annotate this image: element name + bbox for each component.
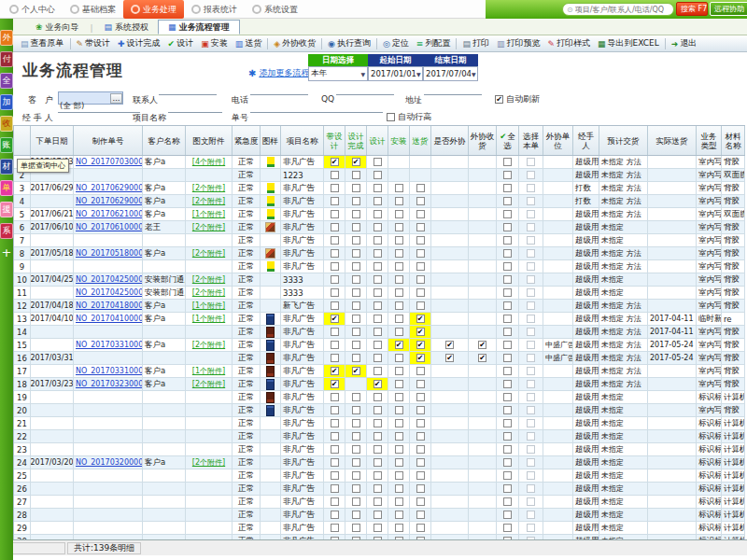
checkbox-icon[interactable] [331,328,339,336]
attachments-link[interactable]: [1个附件] [192,366,225,376]
checkbox-icon[interactable] [395,445,403,454]
add-more-flows-link[interactable]: ✱ 添加更多流程 [248,67,309,79]
sidebar-shortcut-加[interactable]: 加 [0,94,13,110]
checkbox-icon[interactable] [374,497,382,506]
checkbox-icon[interactable] [331,210,339,218]
column-header-下单日期[interactable]: 下单日期 [31,126,74,155]
checkbox-icon[interactable] [527,419,535,427]
checkbox-icon[interactable] [503,511,512,519]
table-row[interactable]: 12017/07/03NO_201707030001客户a[4个附件]正常非凡广… [14,156,745,169]
sidebar-shortcut-单[interactable]: 单 [0,180,13,196]
table-row[interactable]: 23正常非凡广告超级用户未指定标识标牌计算机 [14,443,745,456]
checkbox-icon[interactable] [395,524,403,532]
checkbox-icon[interactable] [527,406,535,414]
checkbox-icon[interactable] [352,184,360,192]
checkbox-icon[interactable] [352,223,360,231]
sidebar-shortcut-账[interactable]: 账 [0,137,13,153]
checkbox-icon[interactable] [331,406,339,414]
checkbox-icon[interactable] [527,315,535,323]
checkbox-icon[interactable] [374,393,382,401]
toolbar-button-外协收货[interactable]: ◈外协收货 [270,36,319,51]
checkbox-icon[interactable] [416,367,425,375]
tab-业务流程管理[interactable]: ▦业务流程管理 [158,20,240,35]
order-number-link[interactable]: NO_201707030001 [76,158,143,166]
checkbox-icon[interactable] [527,197,535,205]
checkbox-icon[interactable]: ✔ [478,354,486,362]
column-header-材料名称[interactable]: 材料名称 [722,126,745,155]
table-row[interactable]: 62017/06/10NO_201706100001老王[2个附件]正常非凡广告… [14,221,745,234]
sidebar-shortcut-材[interactable]: 材 [0,159,13,175]
checkbox-icon[interactable] [527,328,535,336]
column-header-图文附件[interactable]: 图文附件 [186,126,233,155]
column-header-选择本单[interactable]: 选择本单 [519,126,543,155]
checkbox-icon[interactable] [331,497,339,506]
checkbox-icon[interactable] [395,406,403,414]
column-header-预计交货[interactable]: 预计交货 [599,126,648,155]
table-row[interactable]: 15NO_201703310002客户a[2个附件]正常非凡广告✔✔✔✔中盛广告… [14,339,745,352]
checkbox-icon[interactable] [416,210,425,218]
checkbox-icon[interactable] [527,484,535,493]
global-search-input[interactable] [575,6,669,14]
checkbox-icon[interactable] [352,432,360,441]
checkbox-icon[interactable] [503,341,512,349]
checkbox-icon[interactable] [503,380,512,388]
checkbox-icon[interactable] [395,315,403,323]
checkbox-icon[interactable] [527,301,535,310]
checkbox-icon[interactable] [331,458,339,467]
checkbox-icon[interactable] [374,223,382,231]
column-header-外协收货[interactable]: 外协收货 [469,126,497,155]
checkbox-icon[interactable] [374,301,382,310]
checkbox-icon[interactable] [331,445,339,454]
checkbox-icon[interactable] [395,210,403,218]
order-number-link[interactable]: NO_201703200001 [76,458,143,467]
column-header-经手人[interactable]: 经手人 [573,126,599,155]
table-row[interactable]: 20正常非凡广告超级用户未指定室内写真背胶 [14,404,745,417]
checkbox-icon[interactable] [331,341,339,349]
checkbox-icon[interactable] [416,275,425,284]
table-row[interactable]: 27正常非凡广告超级用户未指定标识标牌计算机 [14,496,745,509]
checkbox-icon[interactable] [352,419,360,427]
checkbox-icon[interactable] [503,223,512,231]
toolbar-button-列配置[interactable]: ≡列配置 [413,36,455,51]
checkbox-icon[interactable] [374,262,382,271]
checkbox-icon[interactable] [374,367,382,375]
table-row[interactable]: 22正常非凡广告超级用户未指定标识标牌计算机 [14,430,745,443]
checkbox-icon[interactable] [527,249,535,258]
checkbox-icon[interactable] [395,184,403,192]
end-date-select[interactable]: 2017/07/04▼ [423,66,478,81]
table-row[interactable]: 2正常1223超级用户未指定 方法室内写真双面膜 [14,169,745,182]
attachments-link[interactable]: [2个附件] [192,274,225,285]
checkbox-icon[interactable] [374,445,382,454]
checkbox-icon[interactable] [374,328,382,336]
checkbox-icon[interactable]: ✔ [395,341,403,349]
checkbox-icon[interactable] [352,275,360,284]
order-number-link[interactable]: NO_201706210001 [76,210,143,218]
checkbox-icon[interactable] [352,301,360,310]
checkbox-icon[interactable] [395,197,403,205]
checkbox-icon[interactable] [395,236,403,245]
checkbox-icon[interactable] [374,158,382,166]
checkbox-icon[interactable] [331,249,339,258]
checkbox-icon[interactable] [503,354,512,362]
checkbox-icon[interactable] [503,524,512,532]
checkbox-icon[interactable] [374,432,382,441]
checkbox-icon[interactable] [527,367,535,375]
table-row[interactable]: 122017/04/18NO_201704180001客户a[1个附件]正常新飞… [14,300,745,313]
checkbox-icon[interactable] [395,249,403,258]
checkbox-icon[interactable]: ✔ [445,341,454,349]
checkbox-icon[interactable] [527,171,535,179]
column-header-实际送货[interactable]: 实际送货 [648,126,697,155]
checkbox-icon[interactable] [352,315,360,323]
checkbox-icon[interactable] [416,484,425,493]
table-row[interactable]: 52017/06/21NO_201706210001客户a[1个附件]正常非凡广… [14,208,745,221]
checkbox-icon[interactable] [503,315,512,323]
attachments-link[interactable]: [2个附件] [192,222,225,232]
checkbox-icon[interactable] [395,471,403,480]
checkbox-icon[interactable] [374,406,382,414]
checkbox-icon[interactable] [352,471,360,480]
checkbox-icon[interactable] [374,236,382,245]
checkbox-icon[interactable] [352,484,360,493]
sidebar-shortcut-援[interactable]: 援 [0,202,13,217]
checkbox-icon[interactable] [503,497,512,506]
toolbar-button-设计[interactable]: ✔设计 [164,36,198,51]
